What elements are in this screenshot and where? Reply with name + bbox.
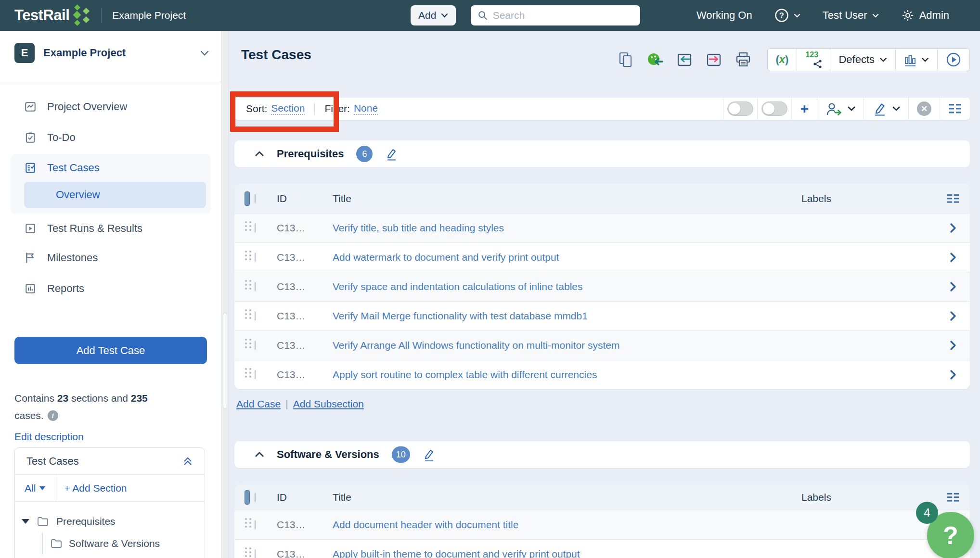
row-checkbox[interactable] (255, 253, 256, 262)
table-row[interactable]: C13… Add document header with document t… (234, 510, 970, 539)
edit-section-icon[interactable] (385, 147, 398, 161)
edit-dropdown[interactable] (864, 98, 908, 120)
project-switcher[interactable]: E Example Project (14, 42, 209, 63)
row-checkbox[interactable] (255, 370, 256, 379)
header-right: Working On ? Test User (696, 0, 980, 31)
testrail-logo[interactable]: TestRail Example Project (0, 4, 186, 26)
clear-filter-button[interactable]: ✕ (909, 98, 940, 120)
row-checkbox[interactable] (255, 223, 256, 232)
chevron-right-icon[interactable] (950, 369, 956, 380)
add-button[interactable]: Add (411, 5, 456, 25)
table-row[interactable]: C13… Verify space and indentation calcul… (234, 272, 970, 301)
sidebar-item-overview[interactable]: Overview (24, 182, 206, 208)
defects-dropdown[interactable]: Defects (830, 49, 895, 71)
case-title-link[interactable]: Verify space and indentation calculation… (333, 281, 801, 292)
row-checkbox[interactable] (255, 311, 256, 320)
copy-icon[interactable] (619, 51, 633, 68)
column-header-id[interactable]: ID (277, 193, 333, 204)
edit-description-link[interactable]: Edit description (14, 428, 178, 445)
case-title-link[interactable]: Add watermark to document and verify pri… (333, 252, 801, 263)
tree-node-prerequisites[interactable]: Prerequisites (22, 510, 205, 533)
column-settings-cell (936, 193, 970, 204)
help-menu[interactable]: ? (774, 8, 800, 23)
toggle-switch-2[interactable] (761, 101, 787, 116)
table-row[interactable]: C13… Apply built-in theme to document an… (234, 539, 970, 558)
user-name: Test User (823, 9, 867, 22)
import-icon[interactable] (676, 52, 693, 67)
case-title-link[interactable]: Verify Arrange All Windows functionality… (333, 340, 801, 351)
case-title-link[interactable]: Add document header with document title (333, 519, 801, 531)
add-case-link[interactable]: Add Case (236, 398, 281, 409)
info-icon[interactable]: i (48, 410, 58, 421)
id-share-button[interactable]: 123 (797, 49, 830, 71)
columns-icon[interactable] (947, 193, 959, 204)
add-test-case-button[interactable]: Add Test Case (14, 337, 207, 364)
case-title-link[interactable]: Verify Mail Merge functionality with tes… (333, 310, 801, 322)
column-header-labels[interactable]: Labels (801, 193, 936, 204)
chevron-right-icon[interactable] (950, 223, 956, 233)
search-box[interactable] (471, 5, 640, 25)
case-title-link[interactable]: Apply built-in theme to document and ver… (333, 548, 801, 558)
edit-section-icon[interactable] (423, 448, 435, 461)
formula-button[interactable]: (x) (768, 49, 797, 71)
row-checkbox[interactable] (255, 549, 256, 558)
column-header-id[interactable]: ID (277, 492, 333, 503)
chart-dropdown[interactable] (895, 49, 937, 71)
sidebar-item-todo[interactable]: To-Do (11, 122, 211, 153)
chevron-right-icon[interactable] (950, 340, 956, 351)
case-title-link[interactable]: Apply sort routine to complex table with… (333, 369, 801, 380)
chevron-right-icon[interactable] (950, 281, 956, 292)
sidebar-item-milestones[interactable]: Milestones (11, 242, 211, 273)
sidebar-item-project-overview[interactable]: Project Overview (11, 91, 211, 122)
sort-value-link[interactable]: Section (271, 102, 305, 115)
column-header-title[interactable]: Title (333, 492, 801, 503)
plus-icon: + (800, 101, 809, 116)
search-input[interactable] (493, 10, 633, 21)
scrollbar-track[interactable] (221, 31, 229, 558)
table-row[interactable]: C13… Add watermark to document and verif… (234, 242, 970, 272)
caret-down-icon[interactable] (22, 519, 29, 524)
export-icon[interactable] (706, 52, 722, 67)
chevron-right-icon[interactable] (950, 311, 956, 321)
case-title-link[interactable]: Verify title, sub title and heading styl… (333, 222, 801, 234)
add-section-link[interactable]: + Add Section (56, 482, 127, 494)
selection-bar-icon (245, 490, 250, 505)
user-menu[interactable]: Test User (823, 9, 879, 22)
run-button[interactable] (937, 49, 969, 71)
case-count-badge: 10 (392, 446, 410, 463)
column-header-labels[interactable]: Labels (801, 492, 936, 503)
scrollbar-thumb[interactable] (223, 313, 227, 409)
row-checkbox[interactable] (255, 520, 256, 529)
table-row[interactable]: C13… Verify title, sub title and heading… (234, 213, 970, 242)
add-subsection-link[interactable]: Add Subsection (293, 398, 364, 409)
select-all-checkbox[interactable] (255, 194, 256, 203)
section-title: Software & Versions (277, 448, 379, 461)
select-all-checkbox[interactable] (255, 493, 256, 502)
sidebar-item-reports[interactable]: Reports (11, 273, 211, 304)
sidebar-item-test-cases[interactable]: Test Cases (11, 154, 211, 182)
toggle-switch-1[interactable] (727, 101, 753, 116)
sort-label: Sort: (246, 103, 267, 114)
tree-scope-dropdown[interactable]: All (15, 482, 56, 494)
working-on-link[interactable]: Working On (696, 9, 752, 22)
columns-icon[interactable] (947, 492, 959, 503)
tree-node-software-versions[interactable]: Software & Versions (42, 533, 205, 555)
column-settings-button[interactable] (940, 98, 970, 120)
chevron-right-icon[interactable] (950, 252, 956, 263)
import-cases-icon[interactable] (646, 52, 663, 67)
row-checkbox[interactable] (255, 341, 256, 350)
collapse-section-icon[interactable] (255, 452, 264, 457)
collapse-section-icon[interactable] (255, 151, 264, 157)
row-checkbox[interactable] (255, 282, 256, 291)
column-header-title[interactable]: Title (333, 193, 801, 204)
assign-dropdown[interactable] (817, 98, 864, 120)
collapse-all-icon[interactable] (182, 457, 193, 466)
table-row[interactable]: C13… Verify Arrange All Windows function… (234, 330, 970, 360)
table-row[interactable]: C13… Verify Mail Merge functionality wit… (234, 301, 970, 330)
print-icon[interactable] (735, 52, 751, 67)
add-column-button[interactable]: + (792, 98, 817, 120)
admin-link[interactable]: Admin (901, 9, 949, 22)
sidebar-item-test-runs[interactable]: Test Runs & Results (11, 215, 211, 242)
table-row[interactable]: C13… Apply sort routine to complex table… (234, 360, 970, 389)
filter-value-link[interactable]: None (354, 102, 378, 115)
